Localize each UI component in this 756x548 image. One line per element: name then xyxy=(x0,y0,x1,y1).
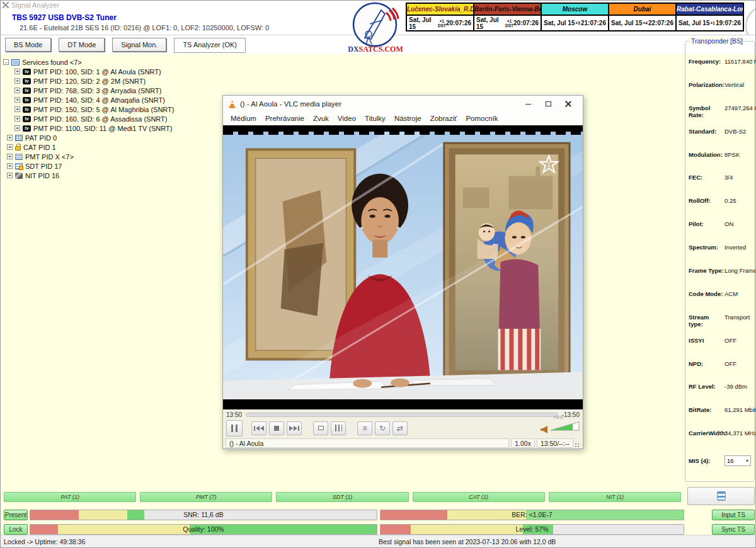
clock-date: Sat, Jul 15 xyxy=(544,20,575,26)
seek-slider[interactable] xyxy=(246,413,558,417)
expand-icon[interactable]: + xyxy=(7,154,13,159)
tp-row-rolloff: RollOff:0.25 xyxy=(689,197,751,220)
sdt-table-bar: SDT (1) xyxy=(276,492,408,502)
close-button[interactable] xyxy=(559,98,578,110)
tree-service-arryadia[interactable]: +tvPMT PID: 768, SID: 3 @ Arryadia (SNRT… xyxy=(3,86,175,95)
lock-uptime-status: Locked -> Uptime: 49:38:36 xyxy=(4,538,85,545)
clock-city-label: Dubai xyxy=(609,4,675,16)
tab-signal-mon[interactable]: Signal Mon. xyxy=(112,38,166,52)
playback-speed[interactable]: 1.00x xyxy=(511,438,535,448)
list-icon xyxy=(15,154,23,160)
tree-service-medi1[interactable]: +tvPMT PID: 1100, SID: 11 @ Medi1 TV (SN… xyxy=(3,123,175,133)
menu-playback[interactable]: Prehrávanie xyxy=(261,114,308,123)
tree-node-pmt-x[interactable]: +PMT PID X <7> xyxy=(3,152,175,161)
collapse-icon[interactable]: - xyxy=(3,59,9,65)
tp-row-fec: FEC:3/4 xyxy=(689,174,751,197)
tree-node-sdt[interactable]: +SDT PID 17 xyxy=(3,161,175,171)
menu-video[interactable]: Video xyxy=(334,114,360,123)
network-icon xyxy=(15,173,23,179)
expand-icon[interactable]: + xyxy=(14,106,20,112)
volume-slider[interactable] xyxy=(551,421,580,431)
table-icon xyxy=(15,135,23,141)
fullscreen-button[interactable] xyxy=(313,421,328,435)
loop-button[interactable]: ↻ xyxy=(375,421,390,435)
tp-row-bitrate: BitRate:61,291 Mbit/s xyxy=(689,406,751,430)
tree-service-al-maghribia[interactable]: +tvPMT PID: 150, SID: 5 @ Al Maghribia (… xyxy=(3,105,175,114)
mis-dropdown[interactable]: 16 ▾ xyxy=(724,455,751,466)
shuffle-button[interactable]: ⇄ xyxy=(392,421,408,435)
tab-ts-analyzer[interactable]: TS Analyzer (OK) xyxy=(174,38,246,53)
tree-service-al-aoula[interactable]: +tvPMT PID: 100, SID: 1 @ Al Aoula (SNRT… xyxy=(3,67,175,76)
sync-ts-indicator: Sync TS xyxy=(712,524,755,535)
time-remaining: -13:50 xyxy=(562,411,580,418)
tp-row-issyi: ISSYIOFF xyxy=(689,337,751,360)
expand-icon[interactable]: + xyxy=(14,69,20,74)
menu-medium[interactable]: Médium xyxy=(227,114,260,123)
disk-icon xyxy=(717,491,726,501)
tree-root-services[interactable]: - Services found <7> xyxy=(3,57,175,67)
expand-icon[interactable]: + xyxy=(7,144,13,150)
tab-bs-mode[interactable]: BS Mode xyxy=(5,38,51,52)
quality-gauge: Quality: 100% xyxy=(30,524,377,535)
menu-tools[interactable]: Nástroje xyxy=(391,114,425,123)
playlist-button[interactable]: ≡ xyxy=(357,421,372,435)
tv-icon: tv xyxy=(23,78,31,84)
extended-settings-button[interactable] xyxy=(331,421,346,435)
letterbox-bottom xyxy=(223,399,583,409)
expand-icon[interactable]: + xyxy=(7,135,13,140)
ber-gauge: BER: <1.0E-7 xyxy=(380,510,684,520)
minimize-button[interactable] xyxy=(518,98,537,110)
expand-icon[interactable]: + xyxy=(7,173,13,178)
tree-service-assadissa[interactable]: +tvPMT PID: 160, SID: 6 @ Assadissa (SNR… xyxy=(3,114,175,123)
expand-icon[interactable]: + xyxy=(14,88,20,93)
service-label: PMT PID: 768, SID: 3 @ Arryadia (SNRT) xyxy=(33,87,161,94)
speaker-icon[interactable] xyxy=(541,426,547,433)
expand-icon[interactable]: + xyxy=(14,78,20,84)
time-display[interactable]: 13:50/--:-- xyxy=(537,438,573,448)
letterbox-top xyxy=(223,125,583,132)
tv-broadcast-scene: 1 xyxy=(223,132,583,399)
world-clocks: Lučenec-Slovakia_R.Dávid Sat, Jul 15+1DS… xyxy=(407,3,744,31)
signal-analyzer-window: Signal Analyzer TBS 5927 USB DVB-S2 Tune… xyxy=(0,0,756,548)
resize-grip[interactable] xyxy=(575,443,580,448)
expand-icon[interactable]: + xyxy=(7,163,13,169)
expand-icon[interactable]: + xyxy=(14,116,20,122)
menu-help[interactable]: Pomocník xyxy=(462,114,501,123)
now-playing-label: () - Al Aoula xyxy=(226,438,509,448)
tree-node-pat[interactable]: +PAT PID 0 xyxy=(3,133,175,142)
vlc-titlebar[interactable]: () - Al Aoula - VLC media player xyxy=(223,96,583,112)
video-display[interactable]: 1 xyxy=(223,125,583,409)
clock-utc-offset: +4 xyxy=(643,21,648,25)
tree-service-2m[interactable]: +tvPMT PID: 120, SID: 2 @ 2M (SNRT) xyxy=(3,76,175,86)
expand-icon[interactable]: + xyxy=(14,97,20,103)
expand-icon[interactable]: + xyxy=(14,125,20,131)
tree-service-athaqafia[interactable]: +tvPMT PID: 140, SID: 4 @ Athaqafia (SNR… xyxy=(3,95,175,105)
record-stream-button[interactable] xyxy=(687,487,755,505)
menu-subtitles[interactable]: Titulky xyxy=(361,114,389,123)
tree-root-label: Services found <7> xyxy=(22,59,82,66)
menu-view[interactable]: Zobraziť xyxy=(427,114,461,123)
clock-utc-offset: +3 xyxy=(576,21,580,25)
minimize-icon xyxy=(525,104,531,105)
tp-row-frame-type: Frame Type:Long Frame xyxy=(689,267,751,290)
clock-utc-offset: +1 xyxy=(440,19,444,23)
tv-icon: tv xyxy=(23,69,31,75)
pause-button[interactable] xyxy=(226,420,243,437)
menu-audio[interactable]: Zvuk xyxy=(309,114,333,123)
services-tree: - Services found <7> +tvPMT PID: 100, SI… xyxy=(3,57,175,180)
monitor-icon xyxy=(11,59,20,66)
tp-row-rf-level: RF Level:-39 dBm xyxy=(689,383,751,406)
previous-button[interactable] xyxy=(251,421,266,435)
stop-button[interactable] xyxy=(269,421,284,435)
chevron-down-icon: ▾ xyxy=(746,458,748,464)
equalizer-icon xyxy=(335,425,342,431)
maximize-icon xyxy=(546,101,551,106)
next-button[interactable] xyxy=(287,421,302,435)
video-artifact-strip xyxy=(223,132,583,135)
tree-node-nit[interactable]: +NIT PID 16 xyxy=(3,171,175,180)
maximize-button[interactable] xyxy=(539,98,558,110)
nit-table-bar: NIT (1) xyxy=(549,492,681,502)
tab-dt-mode[interactable]: DT Mode xyxy=(59,38,105,52)
level-gauge: Level: 57% xyxy=(380,524,684,535)
tree-node-cat[interactable]: +CAT PID 1 xyxy=(3,142,175,152)
